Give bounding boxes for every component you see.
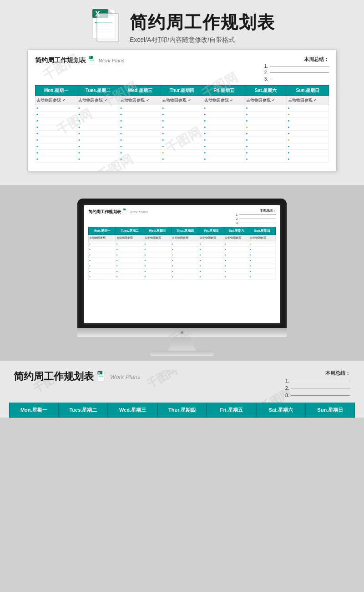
- week-table: Mon.星期一 Tues.星期二 Wed.星期三 Thur.星期四 Fri.星期…: [35, 85, 329, 163]
- monitor-screen: 简约周工作规划表 X Work Plans 本周总结：: [84, 205, 280, 323]
- svg-text:X: X: [98, 372, 100, 374]
- summary-line-1: 1.: [264, 64, 329, 69]
- week-subheader-row: 去动物园参观 ✓ 去动物园参观 ✓ 去动物园参观 ✓ 去动物园参观 ✓ 去动物园…: [35, 96, 329, 105]
- bottom-day-fri: Fri.星期五: [207, 403, 256, 418]
- monitor-data-row-6: • • • • • • •: [89, 269, 276, 274]
- sub-wed: 去动物园参观 ✓: [119, 96, 161, 105]
- day-header-thur: Thur.星期四: [161, 86, 203, 96]
- summary-lines: 1. 2. 3.: [264, 64, 329, 82]
- card-header: 简约周工作规划表 X Work Plans 本周总结： 1.: [35, 56, 329, 82]
- data-row-1: • • • • • • •: [35, 105, 329, 112]
- card-title-area: 简约周工作规划表 X Work Plans: [35, 56, 124, 65]
- top-section: X 简约周工作规划表 Excel/A4打印/内容随意修改/自带格式 千图网 千图…: [0, 0, 364, 185]
- bottom-day-tues: Tues.星期二: [59, 403, 108, 418]
- day-header-sun: Sun.星期日: [287, 86, 329, 96]
- day-header-mon: Mon.星期一: [35, 86, 77, 96]
- monitor-wrapper: 千图网 千图网 千图网 千图网 千图网 简约周工作规划表: [77, 199, 287, 356]
- top-title-block: 简约周工作规划表 Excel/A4打印/内容随意修改/自带格式: [130, 11, 275, 44]
- data-row-4: • • • • • • •: [35, 124, 329, 131]
- sub-thur: 去动物园参观 ✓: [161, 96, 203, 105]
- summary-area: 本周总结： 1. 2. 3.: [264, 56, 329, 82]
- bottom-week-bar: Mon.星期一 Tues.星期二 Wed.星期三 Thur.星期四 Fri.星期…: [9, 403, 355, 418]
- bottom-main-title: 简约周工作规划表: [14, 370, 94, 383]
- card-main-title: 简约周工作规划表: [35, 56, 86, 65]
- sub-mon: 去动物园参观 ✓: [35, 96, 77, 105]
- monitor-screen-border: 简约周工作规划表 X Work Plans 本周总结：: [82, 203, 282, 325]
- summary-line-3: 3.: [264, 77, 329, 82]
- bottom-day-sun: Sun.星期日: [305, 403, 355, 418]
- sub-tues: 去动物园参观 ✓: [77, 96, 119, 105]
- monitor-card-title: 简约周工作规划表: [88, 209, 121, 215]
- m-day-wed: Wed.星期三: [144, 227, 171, 235]
- data-row-9: • • • • • • •: [35, 156, 329, 163]
- monitor-bezel: [77, 328, 287, 337]
- monitor-data-row-4: • • • • • • •: [89, 258, 276, 263]
- monitor-data-row-7: • • • • • • •: [89, 274, 276, 280]
- m-day-fri: Fri.星期五: [199, 227, 224, 235]
- excel-icon: X: [89, 9, 121, 46]
- data-row-5: • • • • • • •: [35, 131, 329, 137]
- svg-rect-9: [97, 14, 119, 42]
- day-header-tues: Tues.星期二: [77, 86, 119, 96]
- monitor-stand-top: [168, 337, 196, 351]
- main-title: 简约周工作规划表: [130, 11, 275, 34]
- sub-fri: 去动物园参观 ✓: [203, 96, 245, 105]
- bottom-section: 千图网 千图网 千图网 简约周工作规划表 X Work Plans 本周总结：: [0, 361, 364, 418]
- monitor-data-row-5: • • • • • • •: [89, 263, 276, 269]
- monitor-summary: 本周总结： 1. 2.: [236, 209, 276, 225]
- bottom-day-wed: Wed.星期三: [108, 403, 157, 418]
- bottom-subtitle: Work Plans: [110, 373, 140, 380]
- bottom-header: 简约周工作规划表 X Work Plans 本周总结： 1.: [9, 370, 355, 403]
- week-header-row: Mon.星期一 Tues.星期二 Wed.星期三 Thur.星期四 Fri.星期…: [35, 86, 329, 96]
- summary-label: 本周总结：: [264, 56, 329, 63]
- bottom-excel-icon: X: [97, 371, 106, 382]
- monitor-data-row-3: • • • • • • •: [89, 252, 276, 258]
- data-row-2: • • • • • • •: [35, 112, 329, 118]
- bottom-day-thur: Thur.星期四: [157, 403, 207, 418]
- day-header-wed: Wed.星期三: [119, 86, 161, 96]
- m-day-sun: Sun.星期日: [249, 227, 275, 235]
- monitor-card-subtitle: Work Plans: [129, 210, 148, 214]
- monitor-card: 简约周工作规划表 X Work Plans 本周总结：: [88, 209, 276, 280]
- sub-title: Excel/A4打印/内容随意修改/自带格式: [130, 36, 275, 44]
- monitor-sub-row: 去动物园参观 去动物园参观 去动物园参观 去动物园参观 去动物园参观 去动物园参…: [89, 235, 276, 241]
- data-row-3: • • • • • • •: [35, 118, 329, 124]
- m-day-sat: Sat.星期六: [224, 227, 249, 235]
- preview-card: 千图网 千图网 千图网 千图网 千图网 千图网 简约周工作规划表 X Work …: [27, 49, 337, 171]
- data-row-7: • • • • • • •: [35, 143, 329, 150]
- top-header: X 简约周工作规划表 Excel/A4打印/内容随意修改/自带格式: [18, 9, 346, 46]
- bottom-day-mon: Mon.星期一: [9, 403, 59, 418]
- m-day-thur: Thur.星期四: [171, 227, 199, 235]
- bottom-summary: 本周总结： 1. 2. 3.: [285, 370, 350, 398]
- card-subtitle: Work Plans: [99, 58, 124, 63]
- monitor-stand-base: [150, 351, 214, 356]
- day-header-sat: Sat.星期六: [245, 86, 287, 96]
- monitor-body: 简约周工作规划表 X Work Plans 本周总结：: [77, 199, 287, 328]
- bottom-title-area: 简约周工作规划表 X Work Plans: [14, 370, 140, 383]
- summary-line-2: 2.: [264, 70, 329, 75]
- day-header-fri: Fri.星期五: [203, 86, 245, 96]
- monitor-week-header: Mon.星期一 Tues.星期二 Wed.星期三 Thur.星期四 Fri.星期…: [89, 227, 276, 235]
- card-excel-icon: X: [89, 56, 96, 65]
- monitor-data-row-2: • • • • • • •: [89, 247, 276, 252]
- m-day-tues: Tues.星期二: [116, 227, 144, 235]
- monitor-card-header: 简约周工作规划表 X Work Plans 本周总结：: [88, 209, 276, 225]
- monitor-section: 千图网 千图网 千图网 千图网 千图网 简约周工作规划表: [0, 185, 364, 361]
- sub-sat: 去动物园参观 ✓: [245, 96, 287, 105]
- monitor-data-row-1: • • • • • • •: [89, 241, 276, 247]
- m-day-mon: Mon.星期一: [89, 227, 116, 235]
- bottom-day-sat: Sat.星期六: [256, 403, 306, 418]
- monitor-logo-dot: [181, 331, 183, 334]
- monitor-week-table: Mon.星期一 Tues.星期二 Wed.星期三 Thur.星期四 Fri.星期…: [88, 227, 276, 280]
- data-row-6: • • • • • • •: [35, 137, 329, 143]
- data-row-8: • • • • • • •: [35, 150, 329, 156]
- sub-sun: 去动物园参观 ✓: [287, 96, 329, 105]
- monitor-excel-icon: X: [123, 209, 127, 215]
